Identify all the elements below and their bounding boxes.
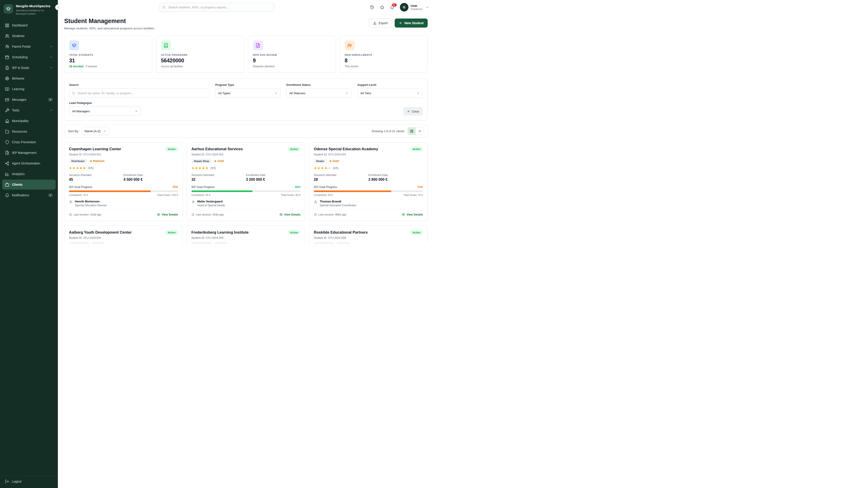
progress-label: IEP Goal Progress	[69, 186, 92, 189]
notifications-button[interactable]: 9+	[388, 3, 396, 11]
sidebar-item-parent-portal[interactable]: Parent Portal	[2, 41, 56, 52]
clear-filters-button[interactable]: Clear	[403, 107, 423, 116]
student-id: Student ID: STU-2024-001	[69, 153, 178, 156]
chevron-down-icon	[50, 109, 53, 112]
stat-value: 8	[345, 58, 423, 64]
brand-name: Nexgile-MuniSpectra	[16, 4, 54, 8]
stat-sub: This month	[345, 65, 423, 68]
sidebar-item-resources[interactable]: Resources	[2, 127, 56, 136]
user-name: User	[411, 4, 423, 7]
chevron-down-icon	[345, 92, 348, 95]
filter-search-input[interactable]	[69, 89, 209, 98]
list-view-button[interactable]	[416, 127, 424, 135]
program-type-label: Program Type	[215, 84, 281, 87]
student-id: Student ID: STU-2024-003	[314, 153, 423, 156]
contact-name: Mette Vestergaard	[197, 200, 225, 203]
view-details-link[interactable]: View Details	[157, 213, 178, 216]
sidebar-item-agent-orchestration[interactable]: Agent Orchestration	[2, 158, 56, 168]
lead-pedagogue-select[interactable]: All Managers	[69, 107, 141, 116]
history-button[interactable]	[368, 3, 376, 11]
lead-pedagogue-label: Lead Pedagogue	[69, 101, 141, 105]
client-card: Roskilde Educational Partners Active Stu…	[309, 225, 428, 244]
tier-pill: ★Gold	[329, 160, 339, 163]
sidebar-item-analytics[interactable]: Analytics	[2, 169, 56, 179]
sidebar-item-students[interactable]: Students	[2, 31, 56, 41]
enrollment-status-select[interactable]: All Statuses	[286, 89, 352, 98]
sidebar-item-clients[interactable]: Clients	[2, 180, 56, 190]
sidebar-item-learning[interactable]: Learning	[2, 84, 56, 94]
favorites-button[interactable]	[378, 3, 386, 11]
sidebar-item-crisis-prevention[interactable]: Crisis Prevention	[2, 137, 56, 147]
sidebar-collapse-button[interactable]	[55, 4, 61, 10]
sidebar-item-tools[interactable]: Tools	[2, 105, 56, 115]
stat-value: 31	[69, 58, 147, 64]
view-details-link[interactable]: View Details	[279, 213, 301, 216]
page-actions: Export New Student	[369, 19, 428, 28]
progress-fill	[314, 191, 391, 192]
sidebar-item-dashboard[interactable]: Dashboard	[2, 20, 56, 30]
sidebar-item-iep-goals[interactable]: IEP & Goals	[2, 63, 56, 73]
mail-icon	[5, 98, 9, 102]
enrollment-label: Enrollment Date	[123, 173, 178, 177]
star-icon	[380, 5, 384, 9]
contact-name: Henrik Mortensen	[75, 200, 107, 203]
client-card: Odense Special Education Academy Active …	[309, 142, 428, 221]
new-student-button[interactable]: New Student	[395, 19, 428, 28]
sort-by-label: Sort By:	[68, 129, 79, 133]
status-badge: Active	[288, 147, 301, 151]
client-name: Aalborg Youth Development Center	[69, 230, 131, 234]
bell-icon	[5, 193, 9, 197]
sidebar-item-label: IEP & Goals	[12, 66, 47, 70]
grid-view-button[interactable]	[408, 127, 416, 135]
stat-card-ieps-due-review: IEPS DUE REVIEW 9 Requires attention	[248, 35, 336, 73]
view-toggle	[408, 127, 424, 135]
filter-search-label: Search	[69, 84, 209, 87]
enrollment-label: Enrollment Date	[246, 173, 301, 177]
tag-pill	[214, 242, 227, 244]
support-level-value: All Tiers	[360, 92, 371, 95]
rating-stars-empty: ★	[328, 166, 331, 170]
contact-block: Thomas Brandt Special Education Coordina…	[314, 200, 423, 207]
client-cards-grid: Copenhagen Learning Center Active Studen…	[64, 142, 428, 244]
progress-fill	[191, 191, 252, 192]
user-meta: User Distributor	[411, 4, 423, 10]
sidebar-item-notifications[interactable]: Notifications 2	[2, 190, 56, 200]
filter-lead-pedagogue: Lead Pedagogue All Managers	[69, 101, 141, 116]
rating-row: ★★★★★ (5/5)	[191, 166, 301, 170]
plus-icon	[399, 21, 402, 25]
view-details-link[interactable]: View Details	[402, 213, 423, 216]
sidebar-item-municipality[interactable]: Municipality	[2, 116, 56, 126]
stat-card-total-students: TOTAL STUDENTS 31 28 enrolled 3 inactive	[64, 35, 152, 73]
user-menu[interactable]: G User Distributor	[400, 3, 429, 11]
sessions-label: Sessions Attended	[191, 173, 246, 177]
brand-tagline: Specialized Intelligence for Municipal F…	[16, 9, 54, 15]
global-search-input[interactable]	[159, 3, 274, 12]
client-name: Roskilde Educational Partners	[314, 230, 368, 234]
iep-progress: IEP Goal Progress 75% Completed: 75 € To…	[69, 186, 178, 196]
page-subtitle: Manage students, IEPs, and educational p…	[64, 27, 154, 30]
dashboard-icon	[5, 23, 9, 28]
rating-text: (4/5)	[333, 166, 339, 170]
history-icon	[370, 5, 374, 9]
sidebar-item-behavior[interactable]: Behavior	[2, 73, 56, 84]
search-icon	[72, 92, 75, 95]
sidebar-item-label: Parent Portal	[12, 45, 47, 48]
sessions-value: 45	[69, 177, 123, 182]
iep-progress: IEP Goal Progress 56% Completed: 45 € To…	[191, 186, 301, 196]
iep-progress: IEP Goal Progress 71% Completed: 50 € To…	[314, 186, 423, 196]
sidebar-item-label: Learning	[12, 87, 53, 91]
rating-text: (5/5)	[88, 166, 94, 170]
sidebar-item-messages[interactable]: Messages 5	[2, 95, 56, 105]
program-type-select[interactable]: All Types	[215, 89, 281, 98]
avatar: G	[400, 3, 408, 11]
tag-row	[69, 242, 178, 244]
sidebar-item-iep-management[interactable]: IEP Management	[2, 148, 56, 158]
tier-label: Gold	[333, 160, 339, 163]
eye-icon	[157, 213, 160, 216]
program-type-value: All Types	[218, 92, 230, 95]
support-level-select[interactable]: All Tiers	[358, 89, 423, 98]
export-button[interactable]: Export	[369, 19, 392, 28]
client-card: Aalborg Youth Development Center Active …	[64, 225, 183, 244]
sort-select[interactable]: Name (A-Z)	[82, 127, 110, 135]
sidebar-item-scheduling[interactable]: Scheduling	[2, 52, 56, 62]
